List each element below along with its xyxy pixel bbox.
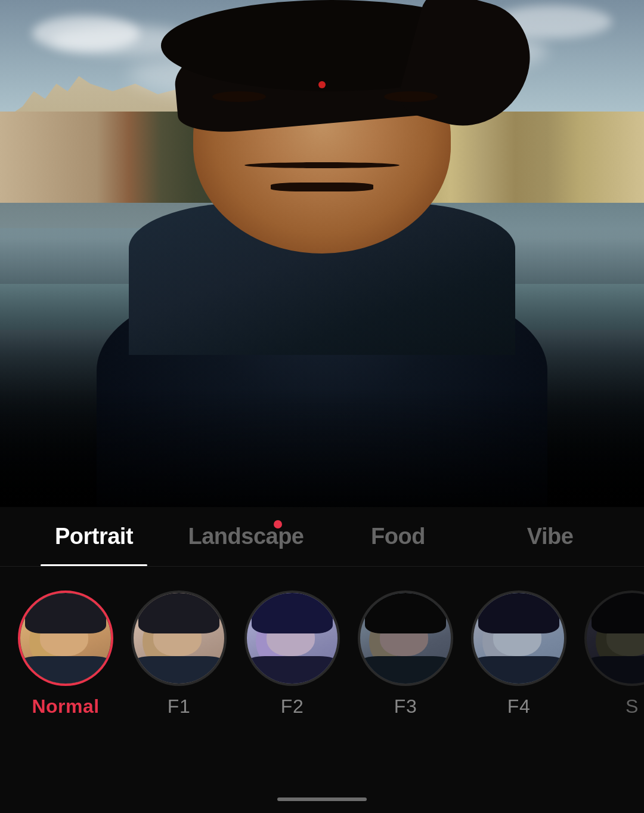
filters-row: Normal F1 [0,567,644,729]
filter-f2[interactable]: F2 [244,591,340,718]
filter-f3-thumb [358,591,453,686]
notification-dot [274,520,282,528]
tab-portrait[interactable]: Portrait [18,507,170,566]
filter-s-thumb [584,591,644,686]
filter-s[interactable]: S [584,591,644,718]
tab-vibe[interactable]: Vibe [474,507,626,566]
home-indicator [277,797,367,801]
filter-f1-thumb [131,591,227,686]
filter-f4[interactable]: F4 [471,591,566,718]
filter-f4-thumb [471,591,566,686]
filter-f2-thumb [244,591,340,686]
filter-f1[interactable]: F1 [131,591,227,718]
tab-landscape[interactable]: Landscape [170,507,322,566]
filter-normal[interactable]: Normal [18,591,113,718]
filter-f3[interactable]: F3 [358,591,453,718]
filter-normal-thumb [18,591,113,686]
photo-preview [0,0,644,507]
bottom-panel: Portrait Landscape Food Vibe Normal [0,507,644,813]
tab-bar: Portrait Landscape Food Vibe [0,507,644,567]
tab-food[interactable]: Food [322,507,474,566]
